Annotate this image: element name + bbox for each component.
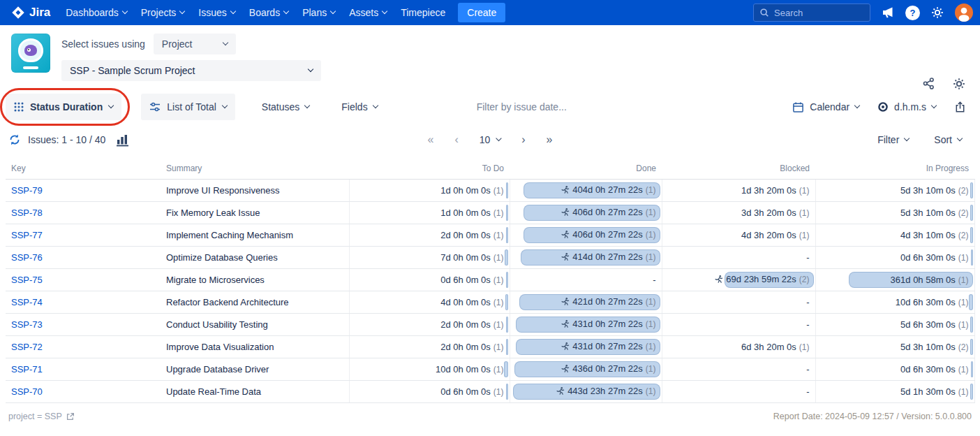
issue-key-link[interactable]: SSP-70 [11,386,43,397]
table-header-row: Key Summary To Do Done Blocked In Progre… [6,159,974,180]
brand-name: Jira [29,6,50,20]
issue-date-filter-input[interactable] [477,101,623,112]
column-header-blocked: Blocked [662,159,815,180]
chevron-down-icon [904,136,910,141]
duration-value: 431d 0h 27m 22s(1) [560,319,655,329]
duration-cell-inprogress: 10d 6h 30m 0s(1) [815,291,974,314]
chevron-down-icon [854,103,860,108]
nav-item-dashboards[interactable]: Dashboards [59,0,134,25]
nav-item-label: Plans [302,7,327,18]
duration-cell-todo: 10d 0h 0m 0s(1) [349,358,510,381]
jql-filter-link[interactable]: project = SSP [8,412,75,421]
runner-icon [560,185,570,194]
issue-key-link[interactable]: SSP-79 [11,185,43,196]
duration-value: 406d 0h 27m 22s(1) [560,229,655,240]
settings-gear-icon[interactable] [930,6,944,20]
project-select[interactable]: SSP - Sample Scrum Project [61,60,321,81]
page-size-select[interactable]: 10 [480,134,501,145]
issue-key-link[interactable]: SSP-72 [11,342,43,352]
next-page-button[interactable]: › [521,134,525,145]
issue-key-link[interactable]: SSP-74 [11,297,43,307]
feedback-megaphone-icon[interactable] [881,6,895,20]
issue-key-link[interactable]: SSP-76 [11,252,43,263]
chevron-down-icon [931,103,937,108]
duration-value: 1d 0h 0m 0s(1) [440,208,503,218]
chevron-down-icon [283,8,289,14]
duration-value: 5d 3h 10m 0s(2) [900,208,968,218]
issue-key-link[interactable]: SSP-78 [11,208,43,218]
filter-label: Filter [877,134,899,145]
runner-icon [560,364,570,373]
select-issues-label: Select issues using [61,38,145,50]
duration-bar [970,205,972,221]
chevron-down-icon [957,136,963,141]
pagination-row: Issues: 1 - 10 / 40 « ‹ 10 › » Filter So… [0,127,980,152]
last-page-button[interactable]: » [547,134,553,145]
duration-cell-done: 406d 0h 27m 22s(1) [510,224,662,247]
column-header-summary: Summary [161,159,349,180]
nav-item-label: Dashboards [66,7,119,18]
export-icon[interactable] [954,101,966,113]
refresh-button[interactable] [8,133,21,146]
nav-item-projects[interactable]: Projects [134,0,192,25]
duration-cell-todo: 0d 6h 0m 0s(1) [349,381,510,403]
create-button[interactable]: Create [458,3,505,22]
runner-icon [560,208,570,217]
jira-logo[interactable]: Jira [11,6,50,20]
first-page-button[interactable]: « [427,134,433,145]
duration-cell-todo: 1d 0h 0m 0s(1) [349,202,510,224]
issue-key-link[interactable]: SSP-75 [11,275,43,285]
duration-value: - [806,364,809,375]
nav-item-issues[interactable]: Issues [191,0,242,25]
search-input[interactable] [774,8,858,18]
chevron-down-icon [230,8,236,14]
duration-value: 10d 6h 30m 0s(1) [896,297,969,307]
duration-bar [970,339,972,355]
issue-key-link[interactable]: SSP-71 [11,364,43,375]
report-type-button[interactable]: Status Duration [6,94,121,120]
chevron-down-icon [122,8,128,14]
fields-dropdown[interactable]: Fields [341,101,377,112]
duration-bar [505,249,508,266]
nav-item-plans[interactable]: Plans [295,0,342,25]
table-row: SSP-75Migrate to Microservices0d 6h 0m 0… [6,269,974,291]
duration-cell-todo: 1d 0h 0m 0s(1) [349,180,510,202]
duration-value: 1d 0h 0m 0s(1) [440,185,503,196]
sort-dropdown[interactable]: Sort [934,134,962,145]
duration-cell-blocked: 3d 3h 20m 0s(1) [662,202,815,224]
chart-view-button[interactable] [115,132,131,147]
issue-key-cell: SSP-74 [6,291,161,314]
avatar[interactable] [955,3,973,22]
duration-cell-inprogress: 361d 0h 58m 0s(1) [815,269,974,291]
duration-cell-done: - [510,269,662,291]
chevron-down-icon [222,103,228,108]
search-box[interactable] [753,3,870,22]
duration-cell-inprogress: 4d 3h 10m 0s(2) [815,224,974,247]
duration-bar [969,294,973,310]
nav-item-boards[interactable]: Boards [242,0,295,25]
time-format-dropdown[interactable]: d.h.m.s [877,101,936,112]
filter-dropdown[interactable]: Filter [877,134,909,145]
statuses-dropdown[interactable]: Statuses [262,101,309,112]
report-header: Select issues using Project SSP - Sample… [0,25,980,84]
duration-value: 1d 3h 20m 0s(1) [741,185,809,196]
sliders-icon [149,101,161,112]
issue-key-cell: SSP-75 [6,269,161,291]
external-link-icon [66,412,75,421]
nav-item-assets[interactable]: Assets [342,0,394,25]
calendar-dropdown[interactable]: Calendar [792,101,859,113]
chevron-down-icon [496,136,501,141]
runner-icon [556,386,565,395]
help-icon[interactable]: ? [905,6,920,20]
duration-cell-inprogress: 5d 3h 10m 0s(2) [815,180,974,202]
table-row: SSP-74Refactor Backend Architecture4d 0h… [6,291,974,314]
prev-page-button[interactable]: ‹ [454,134,458,145]
issue-key-link[interactable]: SSP-73 [11,319,43,330]
duration-value: 431d 0h 27m 22s(1) [560,341,655,351]
view-mode-button[interactable]: List of Total [141,94,235,120]
nav-item-timepiece[interactable]: Timepiece [394,0,452,25]
runner-icon [560,319,570,328]
table-row: SSP-76Optimize Database Queries7d 0h 0m … [6,247,974,269]
issue-source-select[interactable]: Project [154,34,236,54]
issue-key-link[interactable]: SSP-77 [11,230,43,240]
